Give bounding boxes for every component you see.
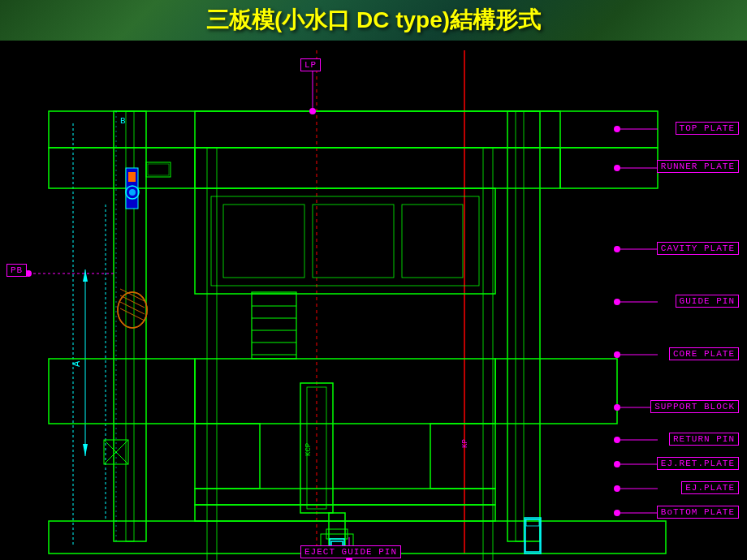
svg-point-82 (614, 510, 620, 516)
lp-label: LP (300, 58, 321, 71)
svg-point-75 (614, 246, 620, 252)
svg-point-22 (129, 189, 136, 196)
runner-plate-label: RUNNER PLATE (657, 160, 739, 173)
svg-point-74 (614, 165, 620, 171)
svg-point-77 (614, 351, 620, 358)
svg-rect-0 (0, 42, 747, 560)
top-plate-label: TOP PLATE (676, 122, 739, 135)
pb-label: PB (6, 264, 27, 277)
page-title: 三板模(小水口 DC type)結構形式 (206, 5, 541, 36)
diagram-area: A (0, 42, 747, 560)
bottom-plate-label: BoTTOM PLATE (657, 506, 739, 519)
svg-point-80 (614, 461, 620, 467)
core-plate-label: CORE PLATE (669, 347, 739, 360)
support-block-label: SUPPORT BLOCK (650, 400, 739, 413)
svg-rect-20 (128, 172, 136, 182)
svg-point-73 (614, 126, 620, 132)
svg-point-81 (614, 485, 620, 492)
ej-plate-label: EJ.PLATE (681, 481, 739, 494)
cavity-plate-label: CAVITY PLATE (657, 242, 739, 255)
kp-label: KP (461, 439, 469, 448)
return-pin-label: RETURN PIN (669, 433, 739, 446)
eject-guide-pin-label: EJECT GUIDE PIN (300, 545, 401, 558)
kcp-label: KCP (304, 443, 313, 456)
svg-point-79 (614, 437, 620, 443)
page-header: 三板模(小水口 DC type)結構形式 (0, 0, 747, 42)
ej-ret-plate-label: EJ.RET.PLATE (657, 457, 739, 470)
b-label: B (120, 116, 126, 126)
technical-drawing: A (0, 42, 747, 560)
svg-text:A: A (71, 360, 83, 367)
svg-point-78 (614, 404, 620, 411)
svg-point-76 (614, 299, 620, 305)
guide-pin-label: GUIDE PIN (676, 295, 739, 308)
svg-point-84 (309, 108, 316, 114)
